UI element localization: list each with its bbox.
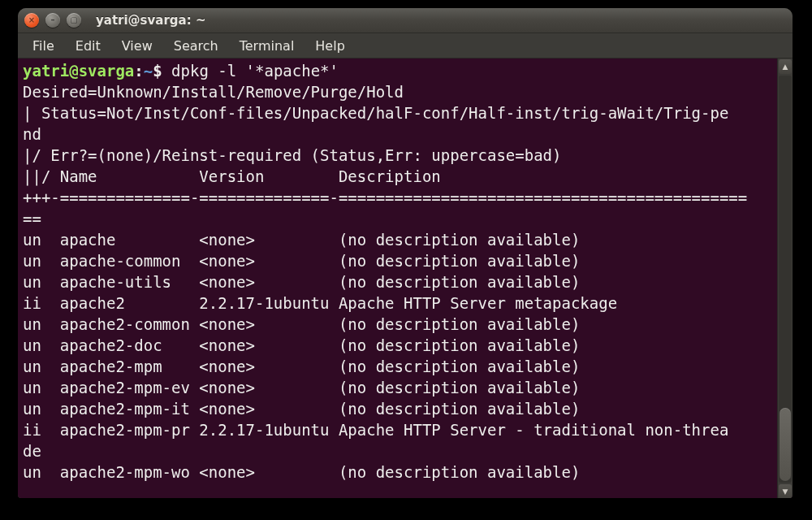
scrollbar-track[interactable] bbox=[779, 76, 792, 483]
menu-view[interactable]: View bbox=[112, 35, 162, 57]
scrollbar-thumb[interactable] bbox=[780, 408, 791, 481]
titlebar[interactable]: × – ▢ yatri@svarga: ~ bbox=[18, 8, 793, 33]
scroll-up-button[interactable]: ▲ bbox=[779, 59, 792, 74]
menu-file[interactable]: File bbox=[23, 35, 64, 57]
menu-terminal[interactable]: Terminal bbox=[230, 35, 304, 57]
menu-search[interactable]: Search bbox=[164, 35, 228, 57]
chevron-down-icon: ▼ bbox=[783, 488, 788, 496]
maximize-icon: ▢ bbox=[70, 16, 77, 24]
menu-edit[interactable]: Edit bbox=[66, 35, 110, 57]
scroll-down-button[interactable]: ▼ bbox=[779, 484, 792, 498]
menubar: File Edit View Search Terminal Help bbox=[18, 33, 793, 58]
scrollbar[interactable]: ▲ ▼ bbox=[777, 58, 793, 498]
terminal-window: × – ▢ yatri@svarga: ~ File Edit View Sea… bbox=[18, 8, 793, 498]
close-icon: × bbox=[28, 16, 35, 24]
window-title: yatri@svarga: ~ bbox=[96, 13, 205, 28]
terminal-content[interactable]: yatri@svarga:~$ dpkg -l '*apache*' Desir… bbox=[18, 58, 778, 498]
minimize-icon: – bbox=[51, 16, 55, 24]
maximize-button[interactable]: ▢ bbox=[67, 13, 81, 28]
chevron-up-icon: ▲ bbox=[783, 63, 788, 71]
minimize-button[interactable]: – bbox=[45, 13, 60, 28]
close-button[interactable]: × bbox=[24, 13, 39, 28]
terminal-area: yatri@svarga:~$ dpkg -l '*apache*' Desir… bbox=[18, 58, 793, 498]
menu-help[interactable]: Help bbox=[305, 35, 354, 57]
